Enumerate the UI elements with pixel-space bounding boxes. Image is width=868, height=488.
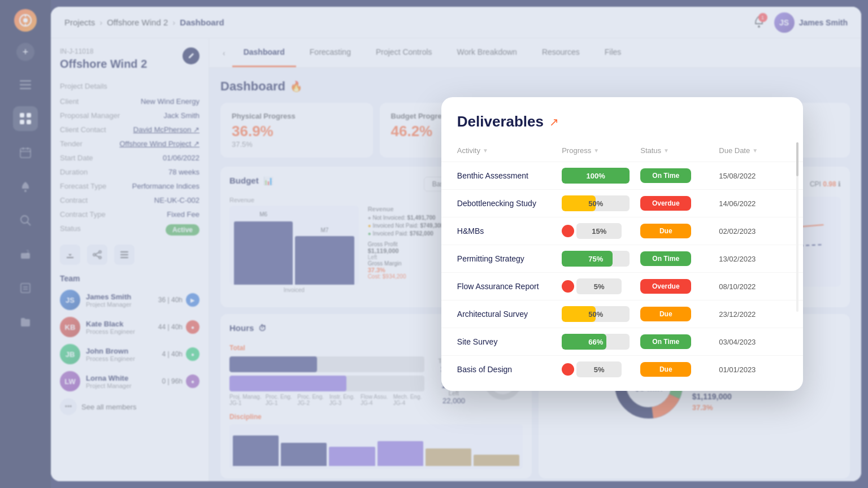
table-row-site-survey: Site Survey 66% On Time 03/04/2023 bbox=[441, 328, 803, 355]
table-row-flow-assurance: Flow Assurance Report 5% Overdue 08/10/2… bbox=[441, 272, 803, 300]
sort-duedate-icon: ▼ bbox=[752, 147, 758, 154]
table-row-basis-of-design: Basis of Design 5% Due 01/01/2023 bbox=[441, 355, 803, 383]
progress-dot-basis bbox=[562, 363, 574, 376]
progress-dot-flow bbox=[562, 280, 574, 293]
status-benthic: On Time bbox=[640, 168, 691, 183]
activity-hmbs: H&MBs bbox=[457, 226, 562, 236]
app-container: + bbox=[0, 0, 868, 488]
duedate-flow-assurance: 08/10/2022 bbox=[719, 282, 787, 291]
progress-dot-hmbs bbox=[562, 225, 574, 237]
progress-site-survey: 66% bbox=[562, 334, 630, 350]
duedate-architectural: 23/12/2022 bbox=[719, 310, 787, 319]
activity-benthic: Benthic Assessment bbox=[457, 171, 562, 180]
table-row-hmbs: H&MBs 15% Due 02/02/2023 bbox=[441, 217, 803, 245]
modal-link-icon[interactable]: ↗ bbox=[549, 115, 559, 129]
column-activity[interactable]: Activity ▼ bbox=[457, 146, 562, 155]
table-row-architectural: Architectural Survey 50% Due 23/12/2022 bbox=[441, 300, 803, 328]
scrollbar-thumb[interactable] bbox=[796, 142, 798, 176]
progress-flow-assurance: 5% bbox=[576, 278, 622, 294]
duedate-permitting: 13/02/2023 bbox=[719, 255, 787, 263]
progress-hmbs: 15% bbox=[576, 223, 622, 239]
duedate-debottlenecking: 14/06/2022 bbox=[719, 199, 787, 208]
activity-architectural: Architectural Survey bbox=[457, 310, 562, 319]
duedate-site-survey: 03/04/2023 bbox=[719, 338, 787, 346]
table-row-permitting: Permitting Strategy 75% On Time 13/02/20… bbox=[441, 245, 803, 272]
status-hmbs: Due bbox=[640, 224, 691, 238]
deliverables-table: Activity ▼ Progress ▼ Status ▼ Due Date … bbox=[441, 142, 803, 383]
status-architectural: Due bbox=[640, 307, 691, 321]
activity-basis-of-design: Basis of Design bbox=[457, 365, 562, 374]
column-status[interactable]: Status ▼ bbox=[640, 146, 719, 155]
duedate-benthic: 15/08/2022 bbox=[719, 172, 787, 180]
sort-status-icon: ▼ bbox=[663, 147, 669, 154]
column-due-date[interactable]: Due Date ▼ bbox=[719, 146, 787, 155]
activity-permitting: Permitting Strategy bbox=[457, 254, 562, 263]
progress-debottlenecking: 50% bbox=[562, 195, 630, 211]
table-row-debottlenecking: Debottlenecking Study 50% Overdue 14/06/… bbox=[441, 189, 803, 217]
deliverables-modal: Deliverables ↗ Activity ▼ Progress ▼ Sta… bbox=[441, 97, 803, 391]
status-site-survey: On Time bbox=[640, 334, 691, 349]
duedate-hmbs: 02/02/2023 bbox=[719, 227, 787, 236]
modal-header: Deliverables ↗ bbox=[441, 113, 803, 130]
progress-architectural: 50% bbox=[562, 306, 630, 322]
status-basis-of-design: Due bbox=[640, 362, 691, 377]
activity-debottlenecking: Debottlenecking Study bbox=[457, 199, 562, 208]
progress-benthic: 100% bbox=[562, 168, 630, 184]
status-permitting: On Time bbox=[640, 251, 691, 266]
duedate-basis-of-design: 01/01/2023 bbox=[719, 365, 787, 374]
scrollbar-track bbox=[796, 142, 798, 312]
sort-activity-icon: ▼ bbox=[483, 147, 488, 154]
column-progress[interactable]: Progress ▼ bbox=[562, 146, 640, 155]
modal-title: Deliverables bbox=[457, 113, 544, 130]
table-header: Activity ▼ Progress ▼ Status ▼ Due Date … bbox=[441, 142, 803, 159]
sort-progress-icon: ▼ bbox=[593, 147, 599, 154]
progress-permitting: 75% bbox=[562, 251, 630, 267]
activity-flow-assurance: Flow Assurance Report bbox=[457, 282, 562, 291]
status-debottlenecking: Overdue bbox=[640, 196, 691, 211]
table-row-benthic: Benthic Assessment 100% On Time 15/08/20… bbox=[441, 162, 803, 189]
progress-basis-of-design: 5% bbox=[576, 361, 622, 377]
status-flow-assurance: Overdue bbox=[640, 279, 691, 294]
activity-site-survey: Site Survey bbox=[457, 337, 562, 346]
